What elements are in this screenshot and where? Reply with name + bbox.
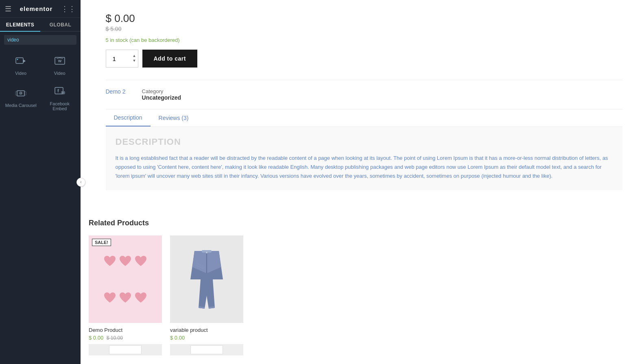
svg-text:W: W bbox=[58, 59, 62, 63]
sidebar: ☰ elementor ⋮⋮ ELEMENTS GLOBAL Video bbox=[0, 0, 81, 364]
product-card-variable[interactable]: variable product $ 0.00 bbox=[170, 235, 243, 355]
product-meta: Demo 2 Category Uncategorized bbox=[106, 80, 622, 101]
tabs-nav: Description Reviews (3) bbox=[106, 109, 622, 127]
tab-global[interactable]: GLOBAL bbox=[40, 18, 81, 31]
widget-label-media-carousel: Media Carousel bbox=[5, 103, 37, 108]
product-image-variable bbox=[170, 235, 243, 323]
product-price-original: $ 5.00 bbox=[106, 26, 622, 32]
main-content: $ 0.00 $ 5.00 5 in stock (can be backord… bbox=[81, 0, 631, 364]
video-icon bbox=[15, 55, 26, 68]
svg-rect-0 bbox=[16, 58, 23, 63]
product-card-demo[interactable]: SALE! Demo Product $ 0.00 $ bbox=[89, 235, 162, 355]
description-title: DESCRIPTION bbox=[116, 137, 613, 147]
product-add-bar-variable bbox=[170, 344, 243, 355]
product-price-current: $ 0.00 bbox=[106, 12, 622, 25]
product-name-demo: Demo Product bbox=[89, 327, 162, 333]
sale-badge: SALE! bbox=[92, 239, 111, 246]
product-image-demo: SALE! bbox=[89, 235, 162, 323]
quantity-input[interactable] bbox=[109, 50, 130, 67]
product-category-wrap: Category Uncategorized bbox=[142, 88, 181, 101]
widget-label-facebook-embed: Facebook Embed bbox=[44, 101, 76, 111]
facebook-embed-icon: f ▶ bbox=[54, 86, 66, 99]
widget-item-video1[interactable]: Video bbox=[2, 50, 40, 80]
tab-reviews-button[interactable]: Reviews (3) bbox=[151, 109, 197, 126]
widget-grid: Video W Video bbox=[0, 48, 81, 117]
hamburger-icon[interactable]: ☰ bbox=[5, 4, 11, 13]
widget-label-video1: Video bbox=[15, 71, 26, 76]
add-to-cart-button[interactable]: Add to cart bbox=[142, 50, 197, 68]
product-right: $ 0.00 $ 5.00 5 in stock (can be backord… bbox=[90, 8, 622, 198]
products-grid: SALE! Demo Product $ 0.00 $ bbox=[89, 235, 479, 355]
widget-item-media-carousel[interactable]: Media Carousel bbox=[2, 80, 40, 115]
sidebar-collapse-button[interactable]: ‹ bbox=[76, 178, 85, 187]
quantity-down-arrow[interactable]: ▼ bbox=[133, 59, 136, 63]
widget-label-video2: Video bbox=[54, 71, 66, 76]
search-area bbox=[0, 32, 81, 48]
product-category-label: Category bbox=[142, 88, 181, 94]
quantity-up-arrow[interactable]: ▲ bbox=[133, 54, 136, 59]
svg-point-2 bbox=[17, 59, 18, 60]
wp-video-icon: W bbox=[54, 55, 66, 68]
sidebar-header: ☰ elementor ⋮⋮ bbox=[0, 0, 81, 18]
search-input[interactable] bbox=[4, 35, 76, 45]
tab-description-button[interactable]: Description bbox=[106, 109, 151, 126]
sidebar-tabs: ELEMENTS GLOBAL bbox=[0, 18, 81, 32]
stock-info: 5 in stock (can be backordered) bbox=[106, 37, 622, 43]
tabs-section: Description Reviews (3) DESCRIPTION It i… bbox=[106, 109, 622, 198]
product-section: $ 0.00 $ 5.00 5 in stock (can be backord… bbox=[81, 8, 631, 211]
svg-point-16 bbox=[206, 252, 207, 253]
product-name-variable: variable product bbox=[170, 327, 243, 333]
product-tag-link[interactable]: Demo 2 bbox=[106, 88, 126, 95]
tab-description-content: DESCRIPTION It is a long established fac… bbox=[106, 127, 622, 190]
product-add-inner-variable bbox=[190, 345, 223, 354]
media-carousel-icon bbox=[15, 89, 26, 100]
related-products-title: Related Products bbox=[89, 219, 479, 227]
page-canvas: $ 0.00 $ 5.00 5 in stock (can be backord… bbox=[81, 0, 631, 364]
svg-marker-1 bbox=[23, 59, 26, 63]
product-price-demo: $ 0.00 $ 10.00 bbox=[89, 335, 162, 341]
quantity-input-wrapper: ▲ ▼ bbox=[106, 50, 138, 68]
product-hearts bbox=[89, 235, 162, 323]
widget-item-facebook-embed[interactable]: f ▶ Facebook Embed bbox=[41, 80, 79, 115]
quantity-arrows: ▲ ▼ bbox=[133, 54, 136, 63]
add-to-cart-row: ▲ ▼ Add to cart bbox=[106, 50, 622, 68]
product-category-value: Uncategorized bbox=[142, 94, 181, 101]
description-text: It is a long established fact that a rea… bbox=[116, 154, 613, 181]
widget-item-video2[interactable]: W Video bbox=[41, 50, 79, 80]
jeans-image bbox=[170, 235, 243, 323]
related-products-section: Related Products SALE! bbox=[81, 211, 487, 364]
elementor-logo: elementor bbox=[20, 5, 53, 12]
product-add-bar-demo bbox=[89, 344, 162, 355]
svg-text:f: f bbox=[57, 88, 59, 93]
grid-icon[interactable]: ⋮⋮ bbox=[61, 4, 76, 13]
product-price-variable: $ 0.00 bbox=[170, 335, 243, 341]
product-add-inner-demo bbox=[109, 345, 142, 354]
tab-elements[interactable]: ELEMENTS bbox=[0, 18, 40, 31]
